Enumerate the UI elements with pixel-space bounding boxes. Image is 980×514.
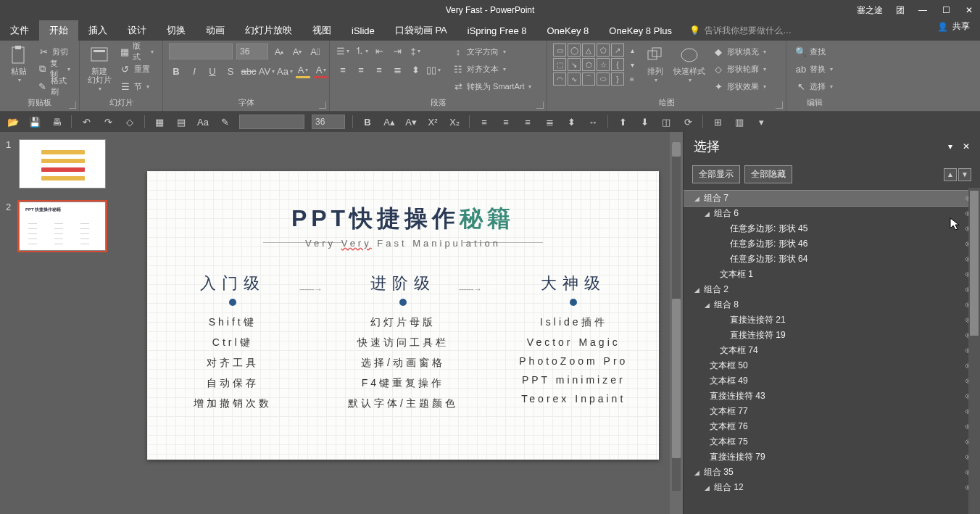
move-up-button[interactable]: ▲: [944, 168, 957, 181]
align-left-button[interactable]: ≡: [336, 62, 350, 77]
expand-toggle[interactable]: ◢: [702, 302, 711, 309]
columns-button[interactable]: ▯▯▾: [426, 62, 441, 77]
section-button[interactable]: ☰节▾: [117, 78, 157, 94]
qat-aj[interactable]: ≣: [542, 115, 557, 129]
qat-super[interactable]: X²: [425, 115, 440, 129]
find-button[interactable]: 🔍查找: [792, 43, 836, 59]
bullets-button[interactable]: ☰▾: [336, 43, 350, 58]
tree-item[interactable]: 直接连接符 21👁: [684, 312, 980, 328]
tree-item[interactable]: 文本框 74👁: [684, 343, 980, 358]
align-center-button[interactable]: ≡: [354, 62, 368, 77]
qat-dist[interactable]: ↔: [586, 115, 600, 129]
highlight-button[interactable]: A▾: [296, 64, 310, 78]
editor-scrollbar[interactable]: [670, 132, 683, 514]
qat-open[interactable]: 📂: [6, 115, 20, 129]
tree-item[interactable]: ◢组合 7👁: [684, 191, 980, 206]
qat-eyedropper[interactable]: ✎: [217, 115, 232, 129]
justify-button[interactable]: ≣: [390, 62, 404, 77]
qat-rotate[interactable]: ⟳: [681, 115, 695, 129]
qat-bold[interactable]: B: [360, 115, 375, 129]
tree-item[interactable]: ◢组合 35👁: [684, 465, 980, 480]
hide-all-button[interactable]: 全部隐藏: [744, 165, 792, 183]
italic-button[interactable]: I: [187, 64, 202, 78]
arrange-button[interactable]: 排列▾: [641, 43, 669, 83]
qat-ar[interactable]: ≡: [520, 115, 535, 129]
strike-button[interactable]: abc: [241, 64, 256, 78]
underline-button[interactable]: U: [205, 64, 220, 78]
text-direction-button[interactable]: ↕文字方向▾: [449, 43, 534, 59]
distribute-button[interactable]: ⬍: [408, 62, 423, 77]
smartart-button[interactable]: ⇄转换为 SmartArt▾: [449, 78, 534, 94]
qat-grid[interactable]: ⊞: [710, 115, 725, 129]
tree-item[interactable]: ◢组合 8👁: [684, 297, 980, 312]
font-launcher[interactable]: [319, 101, 326, 109]
tree-item[interactable]: 文本框 50👁: [684, 358, 980, 373]
change-case-button[interactable]: Aa▾: [278, 64, 292, 78]
qat-ac[interactable]: ≡: [499, 115, 513, 129]
qat-save[interactable]: 💾: [28, 115, 42, 129]
pane-options-button[interactable]: ▾: [948, 141, 952, 152]
qat-shrink[interactable]: A▾: [404, 115, 418, 129]
reset-button[interactable]: ↺重置: [117, 61, 157, 77]
slide-thumbnail-1[interactable]: [19, 139, 106, 188]
qat-send[interactable]: ⬇: [637, 115, 652, 129]
qat-sub[interactable]: X₂: [447, 115, 462, 129]
align-text-button[interactable]: ☷对齐文本▾: [449, 61, 534, 77]
paragraph-launcher[interactable]: [536, 101, 544, 109]
slide-subtitle[interactable]: Very Very Fast Manipulation: [147, 238, 659, 249]
shape-outline-button[interactable]: ◇形状轮廓▾: [710, 61, 769, 77]
tab-OneKey 8 Plus[interactable]: OneKey 8 Plus: [599, 20, 682, 41]
font-size-combo[interactable]: 36: [236, 43, 268, 59]
expand-toggle[interactable]: ◢: [702, 484, 711, 492]
qat-size-combo[interactable]: 36: [312, 115, 345, 129]
pane-close-button[interactable]: ✕: [963, 141, 970, 152]
format-painter-button[interactable]: ✎格式刷: [35, 78, 73, 94]
tab-幻灯片放映[interactable]: 幻灯片放映: [235, 20, 302, 41]
tree-item[interactable]: ◢组合 2👁: [684, 282, 980, 297]
indent-inc-button[interactable]: ⇥: [390, 43, 404, 58]
tree-item[interactable]: 文本框 1👁: [684, 267, 980, 282]
shadow-button[interactable]: S: [223, 64, 238, 78]
tab-视图[interactable]: 视图: [302, 20, 341, 41]
grow-font-button[interactable]: A▴: [272, 44, 286, 59]
move-down-button[interactable]: ▼: [958, 168, 971, 181]
shape-fill-button[interactable]: ◆形状填充▾: [710, 43, 769, 59]
drawing-launcher[interactable]: [776, 101, 783, 109]
font-color-button[interactable]: A▾: [314, 64, 328, 78]
layout-button[interactable]: ▦版式▾: [117, 43, 157, 59]
maximize-button[interactable]: ☐: [941, 5, 951, 15]
qat-print[interactable]: 🖶: [49, 115, 64, 129]
tab-插入[interactable]: 插入: [78, 20, 117, 41]
paste-button[interactable]: 粘贴 ▾: [6, 43, 32, 83]
expand-toggle[interactable]: ◢: [692, 469, 701, 476]
slide-column[interactable]: 大神级Islide插件Vector MagicPhotoZoom ProPPT …: [501, 273, 646, 418]
tab-动画[interactable]: 动画: [196, 20, 235, 41]
qat-grow[interactable]: A▴: [382, 115, 396, 129]
user-name[interactable]: 塞之途: [857, 4, 883, 17]
qat-bring[interactable]: ⬆: [615, 115, 630, 129]
qat-layout[interactable]: ▦: [152, 115, 167, 129]
clipboard-launcher[interactable]: [69, 101, 76, 109]
qat-al[interactable]: ≡: [477, 115, 491, 129]
qat-font-combo[interactable]: [239, 115, 304, 129]
bold-button[interactable]: B: [169, 64, 183, 78]
qat-av[interactable]: ⬍: [564, 115, 578, 129]
tab-文件[interactable]: 文件: [0, 20, 39, 41]
indent-dec-button[interactable]: ⇤: [372, 43, 386, 58]
qat-select[interactable]: ◇: [122, 115, 137, 129]
slide-title[interactable]: PPT快捷操作秘籍: [147, 203, 659, 235]
line-spacing-button[interactable]: ‡▾: [408, 43, 423, 58]
tell-me[interactable]: 💡告诉我你想要做什么…: [689, 20, 792, 41]
slide-column[interactable]: 入门级Shift键Ctrl键对齐工具自动保存增加撤销次数: [160, 273, 305, 418]
tree-item[interactable]: 文本框 77👁: [684, 404, 980, 419]
select-button[interactable]: ↖选择▾: [792, 78, 836, 94]
shapes-gallery[interactable]: ▭◯△⬠↗▴ ⬚↘⬡☆{▾ ◠∿⌒⬭}≡: [553, 43, 639, 86]
replace-button[interactable]: ab替换▾: [792, 61, 836, 77]
minimize-button[interactable]: —: [918, 5, 928, 15]
tree-item[interactable]: ◢组合 12👁: [684, 480, 980, 495]
tab-iSpring Free 8[interactable]: iSpring Free 8: [457, 20, 537, 41]
tree-item[interactable]: 直接连接符 19👁: [684, 328, 980, 343]
new-slide-button[interactable]: 新建 幻灯片 ▾: [86, 43, 114, 92]
expand-toggle[interactable]: ◢: [692, 195, 701, 202]
close-button[interactable]: ✕: [964, 5, 974, 15]
